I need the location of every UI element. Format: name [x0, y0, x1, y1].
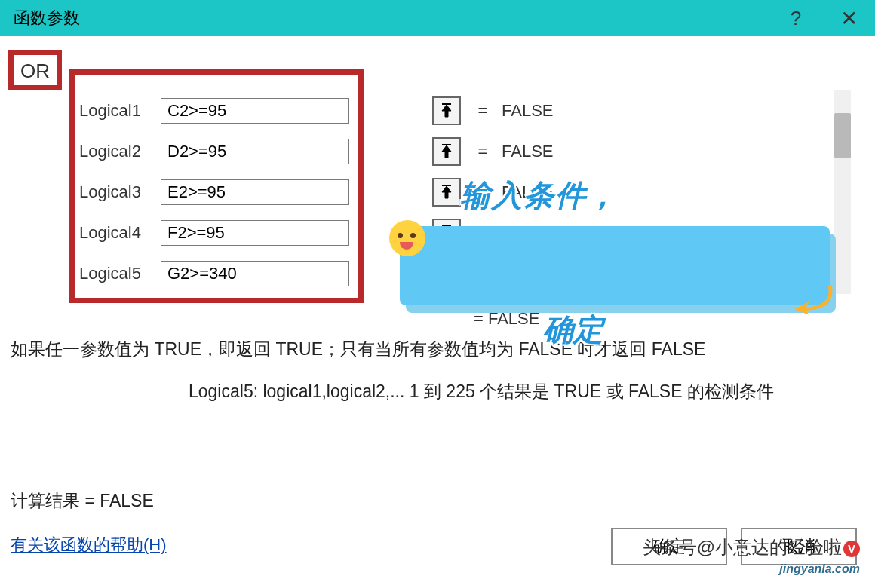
arg-label: Logical3	[79, 182, 161, 202]
annotation-confirm: 确定	[543, 309, 603, 351]
arg-row-2: Logical2 = FALSE	[79, 131, 860, 172]
range-selector-button[interactable]	[432, 96, 461, 125]
titlebar: 函数参数 ? ✕	[0, 0, 875, 36]
up-arrow-icon	[441, 103, 453, 118]
function-name-badge: OR	[8, 50, 62, 90]
window-controls: ? ✕	[769, 0, 875, 36]
up-arrow-icon	[441, 185, 453, 200]
help-link[interactable]: 有关该函数的帮助(H)	[11, 534, 167, 556]
close-icon: ✕	[840, 6, 858, 31]
arg-input-logical3[interactable]	[161, 179, 349, 205]
arg-label: Logical1	[79, 101, 161, 121]
verified-badge-icon: V	[843, 541, 860, 557]
equals-sign: =	[471, 101, 494, 121]
arg-result: FALSE	[502, 142, 553, 161]
arg-input-logical1[interactable]	[161, 98, 349, 124]
curved-arrow-icon	[791, 279, 836, 317]
arg-label: Logical2	[79, 142, 161, 161]
arg-label: Logical5	[79, 264, 161, 283]
arg-input-logical2[interactable]	[161, 139, 349, 164]
function-description: 如果任一参数值为 TRUE，即返回 TRUE；只有当所有参数值均为 FALSE …	[11, 338, 852, 361]
argument-description: Logical5: logical1,logical2,... 1 到 225 …	[189, 380, 852, 403]
scrollbar-thumb[interactable]	[834, 113, 851, 158]
range-selector-button[interactable]	[432, 137, 461, 166]
equals-sign: =	[471, 142, 494, 161]
emoji-icon	[389, 220, 425, 256]
help-button[interactable]: ?	[769, 0, 822, 36]
arg-input-logical4[interactable]	[161, 220, 349, 246]
arg-input-logical5[interactable]	[161, 261, 349, 286]
arg-result: FALSE	[502, 101, 553, 121]
calculation-result: 计算结果 = FALSE	[11, 489, 154, 513]
annotation-input-conditions: 输入条件，	[460, 175, 619, 216]
close-button[interactable]: ✕	[822, 0, 875, 36]
annotation-box	[400, 226, 830, 305]
watermark-site: jingyanla.com	[779, 562, 860, 576]
arg-row-1: Logical1 = FALSE	[79, 90, 860, 131]
range-selector-button[interactable]	[432, 178, 461, 207]
arg-label: Logical4	[79, 223, 161, 243]
watermark-text: 头条号@小意达的经验啦V	[643, 535, 860, 559]
up-arrow-icon	[441, 144, 453, 159]
dialog-title: 函数参数	[14, 7, 80, 29]
formula-result-summary: = FALSE	[474, 309, 539, 329]
